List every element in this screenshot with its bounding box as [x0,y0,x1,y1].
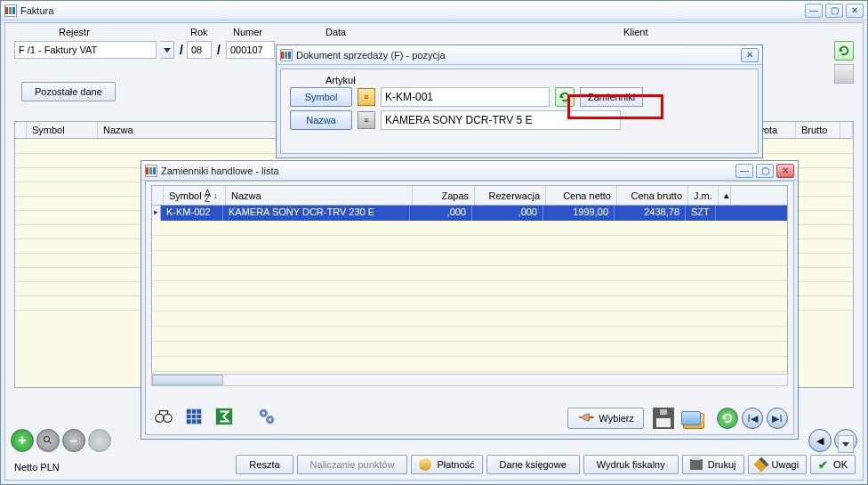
table-row[interactable]: K-KM-002 KAMERA SONY DCR-TRV 230 E ,000 … [152,206,787,221]
hand-point-icon [577,410,595,426]
nav-first[interactable]: ◀ [808,429,832,452]
refresh-icon[interactable] [717,408,738,429]
disabled-circle [88,429,111,452]
app-icon [280,49,293,61]
grid-view-icon[interactable] [181,404,206,429]
zamienniki-button[interactable]: Zamienniki [580,87,643,107]
coins-icon [419,458,431,471]
substitutes-grid: Symbol AZ↓ Nazwa Zapas Rezerwacja Cena n… [151,185,788,381]
list-minimize-button[interactable]: — [735,164,753,178]
data-label: Data [326,27,346,37]
document-window: Dokument sprzedaży (F) - pozycja ✕ Artyk… [276,44,763,158]
sort-arrow-icon: ↓ [213,191,218,200]
list-header-symbol[interactable]: Symbol AZ↓ [164,186,226,205]
list-header-rezerwacja[interactable]: Rezerwacja [475,186,546,205]
reszta-button[interactable]: Reszta [236,455,293,474]
sort-icon: AZ [205,190,211,201]
bottom-bar: Reszta Naliczanie punktów Płatność Dane … [236,455,856,476]
nazwa-button[interactable]: Nazwa [290,110,352,130]
list-header-cena-brutto[interactable]: Cena brutto [617,186,688,205]
klient-label: Klient [623,27,648,37]
list-header-cena-netto[interactable]: Cena netto [546,186,617,205]
klient-refresh-button[interactable] [834,41,854,61]
sigma-icon[interactable] [212,404,237,429]
drukuj-button[interactable]: Drukuj [682,455,744,474]
cell-symbol: K-KM-002 [161,206,223,221]
doc-close-button[interactable]: ✕ [741,48,759,62]
slash: / [178,43,185,57]
uwagi-button[interactable]: Uwagi [748,455,808,474]
rejestr-dropdown[interactable] [160,41,174,59]
binoculars-icon[interactable] [151,404,176,429]
symbol-refresh-button[interactable] [555,87,575,107]
cell-cena-brutto: 2438,78 [615,206,686,221]
svg-point-1 [156,414,164,422]
cell-zapas: ,000 [410,206,472,221]
chevron-down-icon [164,48,171,53]
cell-cena-netto: 1999,00 [543,206,615,221]
pozostale-dane-button[interactable]: Pozostałe dane [21,82,116,101]
cell-rezerwacja: ,000 [472,206,543,221]
netto-label: Netto PLN [14,462,60,473]
search-circle-button[interactable] [36,429,60,452]
open-folder-icon[interactable] [683,413,704,429]
platnosc-button[interactable]: Płatność [411,455,482,474]
wybierz-button[interactable]: Wybierz [567,408,644,429]
card-icon[interactable]: ≡ [358,88,375,106]
row-indicator-icon [152,206,161,221]
close-button[interactable]: ✕ [846,4,864,18]
rok-field[interactable]: 08 [187,41,212,59]
ok-button[interactable]: ✔ OK [810,455,856,474]
svg-point-8 [269,418,271,421]
cell-nazwa: KAMERA SONY DCR-TRV 230 E [223,206,410,221]
printer-icon [690,459,703,470]
nav-last-icon[interactable]: ▶I [767,408,788,429]
cell-jm: SZT [686,206,716,221]
grid-header-brutto[interactable]: Brutto [796,122,840,138]
scroll-up-icon[interactable]: ▴ [719,186,731,205]
netto-dropdown[interactable] [838,435,854,453]
svg-rect-3 [187,409,202,424]
naliczanie-button: Naliczanie punktów [297,455,408,474]
svg-point-7 [262,412,265,415]
symbol-field[interactable]: K-KM-001 [381,87,550,107]
rok-label: Rok [190,27,208,37]
save-icon[interactable] [653,408,674,429]
list-header-zapas[interactable]: Zapas [413,186,475,205]
main-titlebar: Faktura — ▢ ✕ [1,1,867,20]
remove-button[interactable]: – [62,429,85,452]
minimize-button[interactable]: — [805,4,823,18]
symbol-button[interactable]: Symbol [290,87,352,107]
check-icon: ✔ [818,458,828,472]
list-maximize-button[interactable]: ▢ [756,164,774,178]
dane-ksiegowe-button[interactable]: Dane księgowe [486,455,580,474]
svg-point-0 [44,437,50,442]
grid-header-symbol[interactable]: Symbol [27,122,98,138]
svg-point-2 [164,414,172,422]
rejestr-field[interactable]: F /1 - Faktury VAT [14,41,157,59]
document-title: Dokument sprzedaży (F) - pozycja [296,50,741,61]
app-icon [4,4,17,17]
numer-label: Numer [233,27,262,37]
list-header-jm[interactable]: J.m. [688,186,719,205]
list-title: Zamienniki handlowe - lista [161,166,735,176]
list-header-nazwa[interactable]: Nazwa [226,186,413,205]
wydruk-fiskalny-button[interactable]: Wydruk fiskalny [583,455,679,474]
pencil-icon [753,457,768,473]
add-button[interactable]: + [11,429,34,452]
app-icon [145,165,157,177]
nazwa-field[interactable]: KAMERA SONY DCR-TRV 5 E [381,110,621,130]
nav-first-icon[interactable]: I◀ [742,408,763,429]
netto-row: Netto PLN [14,458,60,476]
list-close-button[interactable]: ✕ [776,164,794,178]
rejestr-label: Rejestr [59,27,90,37]
main-title: Faktura [20,5,805,16]
list-icon[interactable]: ≡ [358,111,375,129]
maximize-button[interactable]: ▢ [825,4,843,18]
klient-extra-button[interactable] [834,64,854,84]
numer-field[interactable]: 000107 [226,41,275,59]
list-window: Zamienniki handlowe - lista — ▢ ✕ Symbol… [141,160,799,440]
gears-icon[interactable] [254,404,279,429]
list-toolbar: Wybierz I◀ ▶I [151,384,788,429]
artykul-label: Artykuł [326,75,749,85]
